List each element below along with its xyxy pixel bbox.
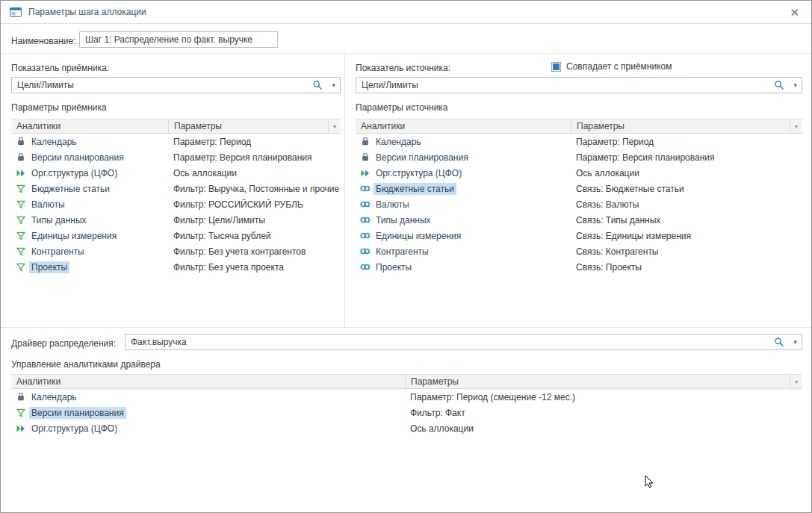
- source-table: Аналитики Параметры ▾ Календарь: [356, 119, 802, 275]
- lock-icon: [15, 137, 26, 146]
- row-label: Календарь: [29, 391, 79, 403]
- source-indicator-input[interactable]: [356, 78, 802, 93]
- search-icon[interactable]: [774, 80, 784, 90]
- row-parameter: Фильтр: Выручка, Постоянные и прочие: [168, 184, 341, 194]
- row-parameter: Фильтр: Без учета проекта: [168, 262, 341, 273]
- table-row[interactable]: Версии планирования Фильтр: Факт: [11, 405, 802, 420]
- match-receiver-checkbox[interactable]: [551, 62, 561, 72]
- filter-icon: [15, 215, 26, 225]
- chevron-down-icon[interactable]: ▾: [793, 80, 797, 90]
- source-table-body: Календарь Параметр: Период Версии планир…: [356, 134, 802, 275]
- driver-input[interactable]: [125, 335, 802, 349]
- row-parameter: Ось аллокации: [168, 168, 341, 178]
- chevron-down-icon[interactable]: ▾: [332, 80, 335, 90]
- analytics-cell: Проекты: [11, 261, 168, 273]
- table-row[interactable]: Календарь Параметр: Период: [11, 134, 341, 149]
- row-label: Типы данных: [374, 214, 433, 226]
- row-parameter: Фильтр: Тысяча рублей: [168, 231, 341, 241]
- table-row[interactable]: Типы данных Фильтр: Цели/Лимиты: [11, 212, 341, 228]
- filter-icon: [15, 199, 26, 209]
- separator-vertical: [344, 53, 345, 327]
- driver-table-body: Календарь Параметр: Период (смещение -12…: [11, 389, 802, 436]
- search-icon[interactable]: [774, 337, 784, 347]
- table-row[interactable]: Орг.структура (ЦФО) Ось аллокации: [11, 165, 341, 181]
- row-parameter: Связь: Единицы измерения: [571, 231, 802, 241]
- lock-icon: [15, 152, 26, 162]
- driver-section-title: Управление аналитиками драйвера: [11, 359, 161, 370]
- row-label: Календарь: [29, 136, 79, 148]
- analytics-cell: Календарь: [11, 136, 168, 148]
- analytics-cell: Версии планирования: [356, 152, 571, 164]
- receiver-table-body: Календарь Параметр: Период Версии планир…: [11, 134, 341, 275]
- analytics-cell: Бюджетные статьи: [11, 183, 168, 195]
- source-label: Показатель источника:: [356, 63, 450, 73]
- link-icon: [359, 184, 371, 193]
- row-label: Календарь: [374, 136, 424, 148]
- row-parameter: Фильтр: Факт: [405, 408, 802, 418]
- name-input[interactable]: [80, 32, 277, 47]
- filter-icon: [15, 246, 26, 256]
- driver-label: Драйвер распределения:: [11, 338, 116, 349]
- column-header-analytics: Аналитики: [356, 119, 571, 133]
- row-label: Бюджетные статьи: [374, 183, 456, 195]
- table-row[interactable]: Типы данных Связь: Типы данных: [356, 212, 802, 228]
- analytics-cell: Бюджетные статьи: [356, 183, 571, 195]
- column-options-button[interactable]: ▾: [328, 119, 341, 133]
- analytics-cell: Орг.структура (ЦФО): [11, 423, 405, 435]
- table-row[interactable]: Бюджетные статьи Связь: Бюджетные статьи: [356, 181, 802, 196]
- column-header-parameters: Параметры: [405, 375, 790, 388]
- table-row[interactable]: Контрагенты Фильтр: Без учета контрагент…: [11, 243, 341, 259]
- analytics-cell: Орг.структура (ЦФО): [356, 167, 571, 179]
- table-row[interactable]: Валюты Фильтр: РОССИЙСКИЙ РУБЛЬ: [11, 196, 341, 212]
- analytics-cell: Валюты: [11, 199, 168, 211]
- receiver-section-title: Параметры приёмника: [11, 102, 107, 113]
- row-parameter: Параметр: Версия планирования: [571, 152, 802, 163]
- analytics-cell: Контрагенты: [356, 246, 571, 258]
- analytics-cell: Орг.структура (ЦФО): [11, 167, 168, 179]
- row-parameter: Параметр: Версия планирования: [168, 152, 341, 163]
- receiver-indicator-input[interactable]: [12, 78, 340, 93]
- row-parameter: Параметр: Период: [168, 137, 341, 147]
- table-row[interactable]: Валюты Связь: Валюты: [356, 196, 802, 212]
- column-options-button[interactable]: ▾: [790, 375, 802, 388]
- page-title: Параметры шага аллокации: [28, 7, 146, 17]
- link-icon: [359, 215, 371, 225]
- row-label: Версии планирования: [29, 152, 126, 164]
- table-row[interactable]: Календарь Параметр: Период (смещение -12…: [11, 389, 802, 405]
- analytics-cell: Контрагенты: [11, 246, 168, 258]
- search-icon[interactable]: [312, 80, 323, 90]
- name-label: Наименование:: [11, 36, 76, 46]
- table-row[interactable]: Проекты Связь: Проекты: [356, 259, 802, 275]
- driver-field-box: ▾: [125, 334, 802, 350]
- analytics-cell: Версии планирования: [11, 152, 168, 164]
- row-label: Орг.структура (ЦФО): [374, 167, 464, 179]
- chevron-down-icon[interactable]: ▾: [793, 337, 797, 347]
- table-row[interactable]: Единицы измерения Связь: Единицы измерен…: [356, 228, 802, 243]
- column-options-button[interactable]: ▾: [790, 119, 802, 133]
- table-row[interactable]: Календарь Параметр: Период: [356, 134, 802, 149]
- column-header-analytics: Аналитики: [11, 375, 405, 388]
- table-row[interactable]: Единицы измерения Фильтр: Тысяча рублей: [11, 228, 341, 243]
- table-row[interactable]: Проекты Фильтр: Без учета проекта: [11, 259, 341, 275]
- lock-icon: [359, 137, 371, 146]
- close-button[interactable]: ✕: [787, 5, 802, 19]
- separator-horizontal-bottom: [1, 327, 811, 328]
- table-row[interactable]: Версии планирования Параметр: Версия пла…: [356, 149, 802, 165]
- match-receiver-checkbox-group: Совпадает с приёмником: [551, 61, 672, 72]
- source-field-box: ▾: [356, 77, 802, 93]
- dialog-icon: [10, 7, 22, 17]
- row-parameter: Параметр: Период (смещение -12 мес.): [405, 392, 802, 402]
- row-label: Единицы измерения: [374, 230, 463, 242]
- table-row[interactable]: Орг.структура (ЦФО) Ось аллокации: [11, 420, 802, 436]
- table-row[interactable]: Бюджетные статьи Фильтр: Выручка, Постоя…: [11, 181, 341, 196]
- filter-icon: [15, 231, 26, 240]
- table-row[interactable]: Орг.структура (ЦФО) Ось аллокации: [356, 165, 802, 181]
- table-row[interactable]: Контрагенты Связь: Контрагенты: [356, 243, 802, 259]
- title-bar: Параметры шага аллокации ✕: [1, 1, 811, 24]
- axis-icon: [15, 423, 26, 433]
- row-label: Контрагенты: [29, 246, 87, 258]
- analytics-cell: Валюты: [356, 199, 571, 211]
- table-row[interactable]: Версии планирования Параметр: Версия пла…: [11, 149, 341, 165]
- match-receiver-checkbox-label: Совпадает с приёмником: [566, 61, 672, 72]
- row-parameter: Связь: Валюты: [571, 199, 802, 210]
